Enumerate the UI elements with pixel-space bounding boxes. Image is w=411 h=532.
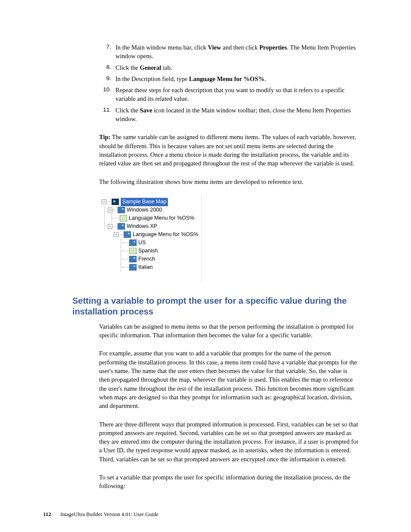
tip-label: Tip: [99,134,110,140]
tree-row-w2000: − Windows 2000 [102,206,201,214]
tree-label: Spanish [138,247,158,255]
step-number: 9. [99,75,115,83]
step-number: 7. [99,43,115,61]
body-paragraph: Variables can be assigned to menu items … [99,322,359,340]
step-text: In the Main window menu bar, click View … [115,43,359,61]
page-number: 112 [43,511,51,517]
step-number: 10. [99,86,115,103]
footer-text: ImageUltra Builder Version 4.01: User Gu… [60,511,159,517]
tree-label: Windows 2000 [127,206,162,214]
menu-item-icon [129,240,137,246]
section-heading: Setting a variable to prompt the user fo… [72,296,359,317]
tree-row-spanish: Spanish [102,247,201,255]
page-footer: 112 ImageUltra Builder Version 4.01: Use… [43,510,159,519]
toggle-minus-icon: − [108,208,112,212]
tree-label: French [138,255,155,263]
step-text: Click the General tab. [115,63,359,72]
toggle-minus-icon: − [102,199,106,204]
menu-item-icon [118,207,125,213]
step-number: 11. [99,106,115,124]
link-icon [129,248,137,254]
toggle-minus-icon: − [108,224,112,229]
body-paragraph: To set a variable that prompts the user … [99,473,359,491]
step-text: Repeat these steps for each description … [115,86,359,103]
step-10: 10. Repeat these steps for each descript… [99,86,359,103]
tree-row-french: French [102,255,201,263]
map-icon [112,199,119,205]
tree-row-wxp: − Windows XP [102,223,201,230]
step-11: 11. Click the Save icon located in the M… [99,106,359,124]
tip-body: The same variable can be assigned to dif… [99,134,356,167]
tree-label: Language Menu for %OS% [129,215,194,222]
step-text: In the Description field, type Language … [115,75,359,83]
body-paragraph: For example, assume that you want to add… [99,349,359,410]
tip-paragraph: Tip: The same variable can be assigned t… [99,133,359,168]
tree-row-root: − Sample Base Map [102,198,201,206]
step-text: Click the Save icon located in the Main … [115,106,359,124]
tree-label: US [138,239,146,247]
step-9: 9. In the Description field, type Langua… [99,75,359,83]
tree-row-wxp-lang: − Language Menu for %OS% [102,231,201,239]
tree-label: Sample Base Map [121,198,168,206]
link-icon [120,215,127,221]
tree-label: Italian [138,264,153,271]
illustration-intro: The following illustration shows how men… [99,177,359,186]
ordered-list: 7. In the Main window menu bar, click Vi… [99,43,359,123]
toggle-minus-icon: − [114,232,118,237]
tree-label: Windows XP [127,223,157,230]
tree-row-us: US [102,239,201,247]
menu-item-icon [129,256,137,262]
step-number: 8. [99,63,115,72]
document-page: 7. In the Main window menu bar, click Vi… [0,0,411,532]
step-7: 7. In the Main window menu bar, click Vi… [99,43,359,61]
tree-row-italian: Italian [102,264,201,271]
tree-row-w2000-lang: Language Menu for %OS% [102,215,201,222]
tree-label: Language Menu for %OS% [133,231,198,239]
menu-item-icon [118,223,125,230]
tree-illustration: − Sample Base Map − Windows 2000 Languag… [99,196,202,282]
menu-item-icon [124,231,131,238]
body-paragraph: There are three different ways that prom… [99,420,359,464]
step-8: 8. Click the General tab. [99,63,359,72]
menu-item-icon [129,264,137,271]
